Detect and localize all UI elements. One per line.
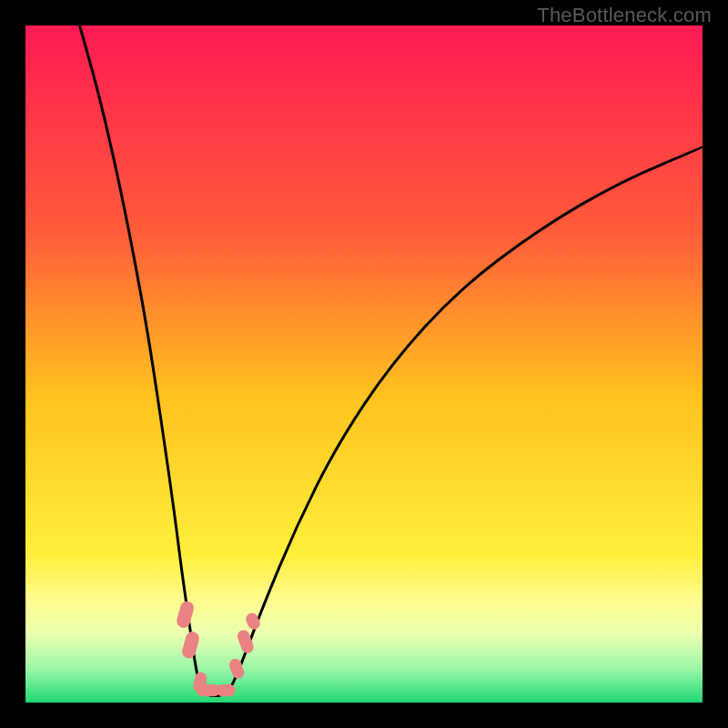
curve-marker bbox=[181, 630, 201, 660]
curve-marker bbox=[176, 600, 196, 630]
bottleneck-curve bbox=[80, 25, 703, 696]
curve-markers bbox=[176, 600, 262, 696]
watermark-label: TheBottleneck.com bbox=[537, 4, 712, 27]
chart-curve-layer bbox=[25, 25, 703, 703]
curve-marker bbox=[217, 684, 236, 696]
chart-frame bbox=[25, 25, 703, 703]
